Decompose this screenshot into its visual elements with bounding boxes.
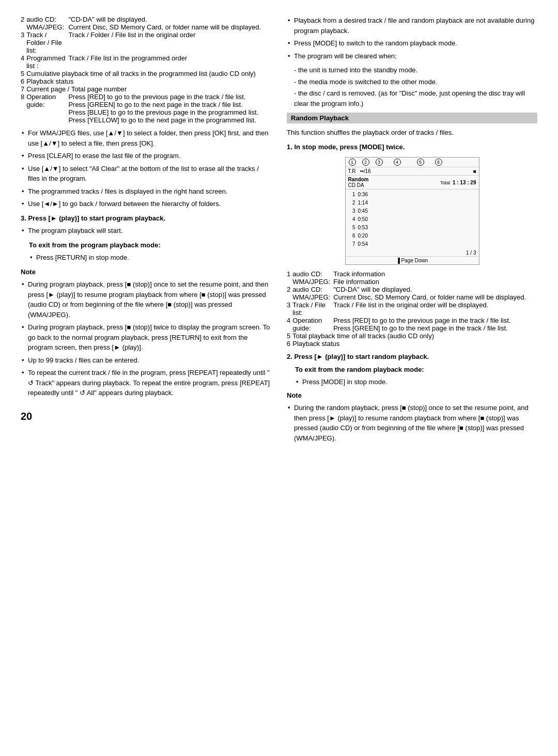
clear-condition-2: - the media mode is switched to the othe… [294, 77, 537, 87]
clear-condition-1: - the unit is turned into the standby mo… [294, 65, 537, 75]
circle-1: 1 [349, 159, 356, 166]
step1-header: 1. In stop mode, press [MODE] twice. [287, 142, 537, 152]
track-row: 40:50 [348, 215, 476, 224]
table-row: 2 audio CD: "CD-DA" will be displayed. [21, 15, 261, 23]
random-playback-desc: This function shuffles the playback orde… [287, 128, 537, 138]
tr-display: T.R ••/16 [348, 168, 371, 174]
note-bullets: During program playback, press [■ (stop)… [21, 279, 271, 398]
track-row: 30:45 [348, 207, 476, 215]
list-item: The program playback will start. [21, 226, 271, 236]
table-row: 6 Playback status [21, 77, 261, 85]
table-row: WMA/JPEG: Current Disc, SD Memory Card, … [21, 23, 261, 31]
list-item: Use [◄/►] to go back / forward between t… [21, 199, 271, 209]
step2-exit-bullets: Press [MODE] in stop mode. [295, 377, 537, 387]
list-item: During the random playback, press [■ (st… [287, 403, 537, 443]
table-row: 2 audio CD: "CD-DA" will be displayed. [287, 286, 526, 293]
list-item: Press [MODE] to switch to the random pla… [287, 38, 537, 49]
display-box: 1 2 3 4 5 6 T.R ••/16 ■ RandomCD DA Tota… [345, 157, 479, 265]
right-column: Playback from a desired track / file and… [287, 15, 537, 447]
table-row: 5 Total playback time of all tracks (aud… [287, 332, 526, 340]
track-row: 10:36 [348, 191, 476, 199]
list-item: Press [MODE] in stop mode. [295, 377, 537, 387]
page-down-btn[interactable]: ▐ Page Down [346, 256, 479, 264]
circle-numbers: 1 2 3 4 5 6 [346, 158, 479, 167]
total-time: Total 1 : 13 : 29 [440, 180, 476, 185]
step3-header: 3. Press [► (play)] to start program pla… [21, 213, 271, 224]
circle-3: 3 [376, 159, 383, 166]
random-playback-header: Random Playback [287, 113, 537, 123]
track-row: 50:53 [348, 224, 476, 232]
circle-4: 4 [394, 159, 401, 166]
table-row: 6 Playback status [287, 340, 526, 348]
top-bullet-list: Playback from a desired track / file and… [287, 15, 537, 61]
table-row: 7 Current page / Total page number [21, 85, 261, 93]
step2-exit-header: To exit from the random playback mode: [295, 365, 537, 375]
page-layout: 2 audio CD: "CD-DA" will be displayed. W… [21, 15, 537, 447]
random-label: RandomCD DA [348, 177, 369, 188]
list-item: The program will be cleared when; [287, 51, 537, 61]
track-row: 70:54 [348, 240, 476, 248]
display-top-bar: T.R ••/16 ■ [346, 167, 479, 176]
track-list: 10:36 21:14 30:45 40:50 50:53 60:20 70:5… [346, 190, 479, 249]
table-row: 1 audio CD: Track information [287, 270, 526, 278]
circle-6: 6 [435, 159, 442, 166]
table-row: WMA/JPEG: File information [287, 278, 526, 286]
table-row: 3 Track /Folder / Filelist: Track / Fold… [21, 31, 261, 54]
page-indicator: 1 / 3 [346, 249, 479, 256]
list-item: During program playback, press [■ (stop)… [21, 279, 271, 320]
list-item: Use [▲/▼] to select "All Clear" at the b… [21, 164, 271, 184]
display-mid-bar: RandomCD DA Total 1 : 13 : 29 [346, 176, 479, 190]
table-row: 4 Operationguide: Press [RED] to go to t… [287, 317, 526, 332]
list-item: Up to 99 tracks / files can be entered. [21, 355, 271, 366]
circle-2: 2 [362, 159, 369, 166]
table-row: 5 Cumulative playback time of all tracks… [21, 70, 261, 77]
right-note-bullets: During the random playback, press [■ (st… [287, 403, 537, 443]
table-row: 8 Operationguide: Press [RED] to go to t… [21, 93, 261, 124]
table-row: 4 Programmedlist : Track / File list in … [21, 54, 261, 70]
table-row: WMA/JPEG: Current Disc, SD Memory Card, … [287, 293, 526, 301]
list-item: To repeat the current track / file in th… [21, 368, 271, 398]
note-header: Note [21, 267, 271, 277]
list-item: During program playback, press [■ (stop)… [21, 322, 271, 353]
exit-header: To exit from the program playback mode: [29, 240, 271, 250]
clear-condition-3: - the disc / card is removed. (as for "D… [294, 88, 537, 108]
circle-5: 5 [417, 159, 424, 166]
exit-bullets: Press [RETURN] in stop mode. [29, 253, 271, 263]
right-note-header: Note [287, 390, 537, 401]
bullet-list: For WMA/JPEG files, use [▲/▼] to select … [21, 128, 271, 209]
list-item: Press [RETURN] in stop mode. [29, 253, 271, 263]
list-item: The programmed tracks / files is display… [21, 186, 271, 197]
list-item: Playback from a desired track / file and… [287, 15, 537, 36]
stop-indicator: ■ [473, 168, 476, 174]
list-item: Press [CLEAR] to erase the last file of … [21, 151, 271, 161]
list-item: For WMA/JPEG files, use [▲/▼] to select … [21, 128, 271, 148]
track-row: 60:20 [348, 232, 476, 240]
table-row: 3 Track / Filelist: Track / File list in… [287, 301, 526, 317]
page-number: 20 [21, 408, 271, 424]
track-row: 21:14 [348, 199, 476, 207]
left-column: 2 audio CD: "CD-DA" will be displayed. W… [21, 15, 271, 447]
step3-bullets: The program playback will start. [21, 226, 271, 236]
step2-header: 2. Press [► (play)] to start random play… [287, 352, 537, 362]
